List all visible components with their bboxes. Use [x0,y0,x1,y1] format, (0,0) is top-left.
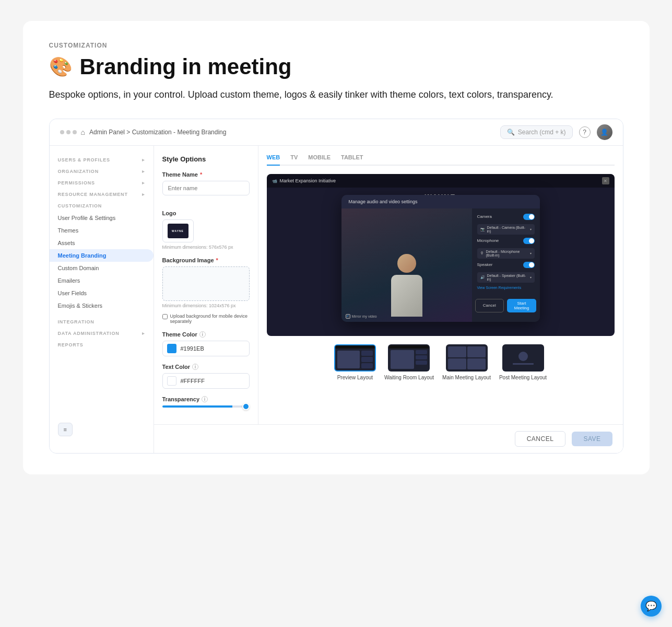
speaker-toggle[interactable] [523,262,535,268]
arrow-icon: ▸ [142,157,145,162]
home-icon[interactable]: ⌂ [81,128,85,136]
speaker-select[interactable]: 🔊 Default - Speaker (Built-in) ▾ [477,272,535,283]
mirror-checkbox[interactable]: ✓ [346,314,350,319]
sidebar-item-emailers[interactable]: Emailers [50,274,154,287]
sidebar-item-custom-domain[interactable]: Custom Domain [50,262,154,274]
wayne-logo-text: WAYNE [172,229,184,233]
help-button[interactable]: ? [579,126,591,138]
admin-main: Style Options Theme Name * Logo [154,146,623,453]
layout-thumb-waiting-room-label: Waiting Room Layout [384,375,434,380]
avatar[interactable]: 👤 [597,124,612,140]
footer-cancel-button[interactable]: CANCEL [515,431,566,447]
preview-tabs: WEB TV MOBILE TABLET [267,154,615,166]
sidebar-section-data-admin[interactable]: DATA ADMINISTRATION ▸ [50,328,154,339]
video-left: ✓ Mirror my video [341,208,472,322]
logo-box[interactable]: WAYNE [162,219,194,242]
theme-color-swatch [167,344,176,353]
search-icon: 🔍 [507,129,515,136]
info-icon: i [199,331,206,338]
thumb-waiting-pill-3 [416,361,427,365]
view-requirements-link[interactable]: View Screen Requirements [477,286,535,289]
thumb-waiting-body [389,349,429,370]
camera-toggle[interactable] [523,214,535,220]
layout-thumb-post-meeting-img [502,344,544,371]
layout-thumb-main-meeting[interactable]: Main Meeting Layout [442,344,491,380]
transparency-slider-row [162,405,250,408]
text-color-row[interactable]: #FFFFFF [162,373,250,389]
upload-mobile-checkbox[interactable] [162,314,168,319]
footer-save-button[interactable]: SAVE [572,432,612,446]
topbar-search[interactable]: 🔍 Search (cmd + k) [500,125,573,139]
sidebar-item-themes[interactable]: Themes [50,224,154,237]
layout-thumb-post-meeting[interactable]: Post Meeting Layout [499,344,547,380]
camera-icon: 📷 [480,227,485,231]
person-body [391,275,422,317]
arrow-icon: ▸ [142,331,145,336]
speaker-icon: 🔊 [480,275,485,280]
thumb-main-cell-3 [448,358,466,369]
dialog-cancel-button[interactable]: Cancel [475,299,504,312]
microphone-toggle[interactable] [523,238,535,244]
thumb-main-cell-4 [467,358,486,369]
thumb-preview-body [335,349,375,370]
bg-image-group: Background Image * Minimum dimensions: 1… [162,257,250,324]
tab-mobile[interactable]: MOBILE [308,154,331,166]
camera-select-text: Default - Camera (Built-in) [487,226,528,233]
sidebar-collapse-button[interactable]: ≡ [58,423,73,436]
speaker-row: Speaker [477,262,535,268]
tab-tv[interactable]: TV [290,154,298,166]
sidebar-item-user-fields[interactable]: User Fields [50,287,154,299]
sidebar-section-resource-management[interactable]: RESOURCE MANAGEMENT ▸ [50,189,154,200]
logo-group: Logo WAYNE Minimum dimensions: 576x576 p… [162,210,250,250]
sidebar-section-users-profiles[interactable]: USERS & PROFILES ▸ [50,154,154,166]
sidebar-section-customization: CUSTOMIZATION [50,200,154,212]
transparency-label: Transparency i [162,396,250,402]
dialog-start-button[interactable]: Start Meeting [507,299,536,312]
page-title: Branding in meeting [80,54,292,79]
dot-red [60,130,64,134]
person-head [397,254,416,273]
thumb-post-inner [503,345,543,370]
arrow-icon: ▸ [142,180,145,185]
speaker-select-text: Default - Speaker (Built-in) [487,274,528,281]
person-silhouette [386,254,428,322]
theme-name-input[interactable] [162,181,250,195]
sidebar-section-integration[interactable]: INTEGRATION [50,316,154,328]
window-controls [60,130,77,134]
layout-thumb-post-meeting-label: Post Meeting Layout [499,375,547,380]
layout-thumb-preview[interactable]: Preview Layout [334,344,376,380]
tab-web[interactable]: WEB [267,154,280,166]
layout-thumb-waiting-room[interactable]: Waiting Room Layout [384,344,434,380]
sidebar-item-meeting-branding[interactable]: Meeting Branding [50,249,154,262]
preview-close-button[interactable]: ✕ [602,177,609,184]
mic-icon: 🎙 [480,251,484,255]
theme-color-row[interactable]: #1991EB [162,341,250,356]
camera-select[interactable]: 📷 Default - Camera (Built-in) ▾ [477,224,535,235]
preview-screen: 📹 Market Expansion Initiative ✕ WAYNE [267,174,615,336]
slider-thumb[interactable] [242,403,250,410]
main-content-inner: Style Options Theme Name * Logo [154,146,623,424]
sidebar-item-emojis[interactable]: Emojis & Stickers [50,299,154,312]
camera-row: Camera [477,214,535,220]
bg-image-upload[interactable] [162,266,250,301]
thumb-waiting-pill-2 [416,355,427,359]
sidebar-section-permissions[interactable]: PERMISSIONS ▸ [50,177,154,189]
thumb-waiting-left [391,350,414,369]
sidebar-item-assets[interactable]: Assets [50,237,154,249]
logo-inner: WAYNE [168,224,188,238]
style-options-panel: Style Options Theme Name * Logo [154,146,258,424]
transparency-slider[interactable] [162,405,250,408]
preview-screen-body: WAYNE Manage audio and video settings [267,188,615,329]
microphone-select[interactable]: 🎙 Default - Microphone (Built-in) ▾ [477,248,535,259]
chevron-down-icon: ▾ [530,275,532,279]
sidebar-section-reports[interactable]: REPORTS [50,339,154,351]
tab-tablet[interactable]: TABLET [341,154,363,166]
thumb-post-circle [518,352,528,361]
section-label: CUSTOMIZATION [49,42,623,49]
sidebar-item-user-profile[interactable]: User Profile & Settings [50,212,154,224]
panel-title: Style Options [162,155,250,163]
sidebar-section-organization[interactable]: ORGANIZATION ▸ [50,166,154,177]
layout-thumb-preview-label: Preview Layout [337,375,373,380]
sidebar-bottom: ≡ [50,414,154,445]
breadcrumb: Admin Panel > Customization - Meeting Br… [89,129,226,136]
